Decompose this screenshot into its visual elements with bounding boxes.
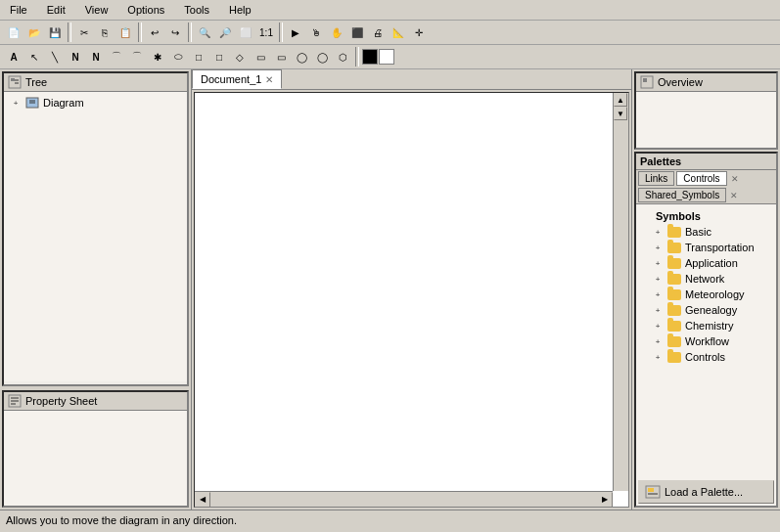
controls-expand-icon[interactable]: + bbox=[652, 351, 664, 363]
roundrect-button[interactable]: ▭ bbox=[251, 47, 270, 66]
polyline-button[interactable]: N bbox=[66, 47, 85, 66]
menu-tools[interactable]: Tools bbox=[178, 2, 215, 18]
palette-item-meteorology[interactable]: + Meteorology bbox=[638, 287, 774, 302]
hex-button[interactable]: ⬡ bbox=[333, 47, 352, 66]
zoom-out-button[interactable]: 🔎 bbox=[215, 22, 235, 42]
menu-file[interactable]: File bbox=[4, 2, 33, 18]
cut-button[interactable]: ✂ bbox=[74, 22, 94, 42]
bezier-button[interactable]: ⌒ bbox=[127, 47, 147, 66]
scroll-up-btn[interactable]: ▲ bbox=[614, 93, 627, 107]
palette-tree: Symbols + Basic + Transportation bbox=[636, 204, 776, 478]
select-button[interactable]: 🖱 bbox=[306, 22, 326, 42]
scroll-right-btn[interactable]: ▶ bbox=[597, 492, 613, 508]
scroll-horizontal[interactable]: ◀ ▶ bbox=[195, 491, 613, 507]
palette-item-workflow[interactable]: + Workflow bbox=[638, 333, 774, 349]
meteorology-label: Meteorology bbox=[685, 288, 745, 300]
overview-header: Overview bbox=[636, 73, 776, 92]
palette-tab-shared[interactable]: Shared_Symbols bbox=[638, 188, 726, 202]
scroll-down-btn[interactable]: ▼ bbox=[614, 107, 627, 120]
svg-rect-0 bbox=[9, 76, 21, 88]
palette-tab-controls-close[interactable]: ✕ bbox=[731, 174, 739, 184]
meteorology-expand-icon[interactable]: + bbox=[652, 288, 664, 300]
ellipse-button[interactable]: ⬭ bbox=[168, 47, 188, 66]
application-expand-icon[interactable]: + bbox=[652, 257, 664, 269]
palette-tab-controls[interactable]: Controls bbox=[676, 171, 726, 186]
arrow-button[interactable]: ↖ bbox=[24, 47, 44, 66]
symbols-expand-icon[interactable] bbox=[640, 210, 652, 222]
workflow-expand-icon[interactable]: + bbox=[652, 335, 664, 347]
polygon-button[interactable]: N bbox=[86, 47, 106, 66]
circle2-button[interactable]: ◯ bbox=[312, 47, 332, 66]
meteorology-folder-icon bbox=[667, 289, 681, 300]
basic-label: Basic bbox=[685, 226, 711, 238]
zoom-in-button[interactable]: 🔍 bbox=[195, 22, 214, 42]
palette-item-network[interactable]: + Network bbox=[638, 271, 774, 287]
genealogy-expand-icon[interactable]: + bbox=[652, 304, 664, 316]
scroll-left-btn[interactable]: ◀ bbox=[195, 492, 210, 508]
rect-button[interactable]: □ bbox=[189, 47, 208, 66]
basic-folder-icon bbox=[667, 227, 681, 238]
transportation-expand-icon[interactable]: + bbox=[652, 242, 664, 253]
circle-button[interactable]: ◯ bbox=[292, 47, 311, 66]
palette-item-controls[interactable]: + Controls bbox=[638, 349, 774, 365]
scroll-vertical[interactable]: ▲ ▼ bbox=[613, 93, 628, 491]
open-button[interactable]: 📂 bbox=[24, 22, 44, 42]
tab-document1[interactable]: Document_1 ✕ bbox=[192, 69, 282, 89]
paste-button[interactable]: 📋 bbox=[115, 22, 135, 42]
palette-tab-shared-close[interactable]: ✕ bbox=[730, 191, 738, 200]
layout-button[interactable]: 📐 bbox=[389, 22, 408, 42]
stroke-color-swatch[interactable] bbox=[379, 49, 394, 65]
rect2-button[interactable]: □ bbox=[209, 47, 229, 66]
sep1 bbox=[68, 22, 71, 42]
print-button[interactable]: 🖨 bbox=[368, 22, 388, 42]
redo-button[interactable]: ↪ bbox=[165, 22, 185, 42]
tree-panel: Tree + Diagram bbox=[2, 71, 189, 386]
zoom-100-button[interactable]: 1:1 bbox=[256, 22, 276, 42]
load-palette-icon bbox=[645, 485, 661, 499]
canvas-area[interactable]: ▲ ▼ ◀ ▶ bbox=[194, 92, 629, 508]
roundrect2-button[interactable]: ▭ bbox=[271, 47, 291, 66]
main-layout: Tree + Diagram Property Sheet Docu bbox=[0, 69, 780, 510]
menu-view[interactable]: View bbox=[79, 2, 115, 18]
curve-button[interactable]: ⌒ bbox=[107, 47, 126, 66]
palette-item-symbols[interactable]: Symbols bbox=[638, 208, 774, 224]
menu-edit[interactable]: Edit bbox=[41, 2, 71, 18]
load-palette-label: Load a Palette... bbox=[665, 486, 743, 498]
network-expand-icon[interactable]: + bbox=[652, 273, 664, 285]
save-button[interactable]: 💾 bbox=[45, 22, 65, 42]
copy-button[interactable]: ⎘ bbox=[95, 22, 115, 42]
palette-item-basic[interactable]: + Basic bbox=[638, 224, 774, 240]
text-button[interactable]: A bbox=[4, 47, 23, 66]
menu-help[interactable]: Help bbox=[223, 2, 257, 18]
fill-color-swatch[interactable] bbox=[362, 49, 378, 65]
line-button[interactable]: ╲ bbox=[45, 47, 65, 66]
diagram-tree-item[interactable]: + Diagram bbox=[8, 96, 183, 110]
overview-icon bbox=[640, 75, 654, 89]
palette-tab-links[interactable]: Links bbox=[638, 171, 674, 186]
chemistry-expand-icon[interactable]: + bbox=[652, 320, 664, 332]
workflow-label: Workflow bbox=[685, 335, 729, 347]
tab-close-icon[interactable]: ✕ bbox=[265, 74, 273, 85]
play-button[interactable]: ▶ bbox=[286, 22, 305, 42]
menu-options[interactable]: Options bbox=[121, 2, 170, 18]
diamond-button[interactable]: ◇ bbox=[230, 47, 250, 66]
palettes-header: Palettes bbox=[636, 154, 776, 170]
undo-button[interactable]: ↩ bbox=[145, 22, 164, 42]
crosshair-button[interactable]: ✛ bbox=[409, 22, 429, 42]
palette-item-application[interactable]: + Application bbox=[638, 255, 774, 271]
application-label: Application bbox=[685, 257, 738, 269]
zoom-fit-button[interactable]: ⬜ bbox=[236, 22, 255, 42]
menu-bar: File Edit View Options Tools Help bbox=[0, 0, 780, 21]
load-palette-button[interactable]: Load a Palette... bbox=[638, 480, 774, 504]
new-button[interactable]: 📄 bbox=[4, 22, 23, 42]
diagram-expand-icon[interactable]: + bbox=[10, 97, 22, 109]
tab-label: Document_1 bbox=[201, 73, 261, 85]
star-button[interactable]: ✱ bbox=[148, 47, 167, 66]
palette-item-transportation[interactable]: + Transportation bbox=[638, 240, 774, 255]
zoom-rect-button[interactable]: ⬛ bbox=[347, 22, 367, 42]
pan-button[interactable]: ✋ bbox=[327, 22, 346, 42]
basic-expand-icon[interactable]: + bbox=[652, 226, 664, 238]
palette-item-chemistry[interactable]: + Chemistry bbox=[638, 318, 774, 333]
palette-item-genealogy[interactable]: + Genealogy bbox=[638, 302, 774, 318]
sep2 bbox=[138, 22, 142, 42]
